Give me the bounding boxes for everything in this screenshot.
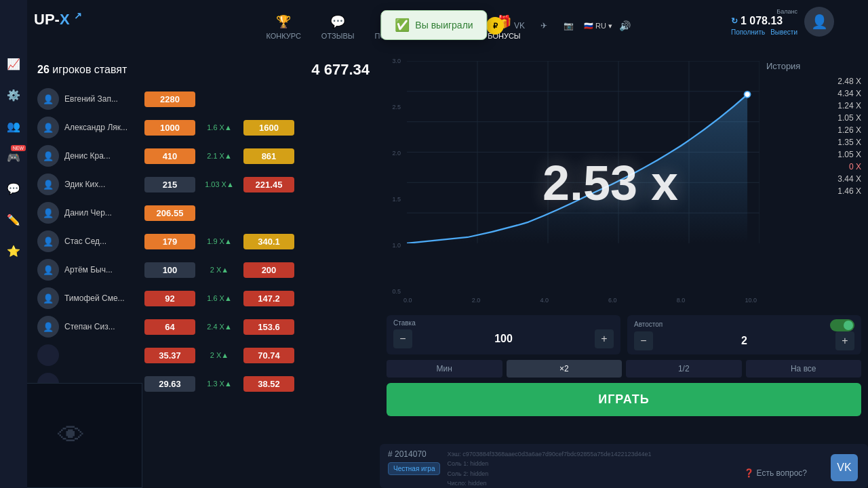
- telegram-icon[interactable]: ✈: [535, 17, 553, 35]
- multiplier: 1.6 X▲: [201, 294, 238, 302]
- user-avatar[interactable]: 👤: [804, 7, 834, 37]
- history-title: История: [766, 61, 861, 71]
- avatar: 👤: [37, 145, 59, 167]
- otzyvy-icon: 💬: [330, 14, 345, 29]
- bet-control-group: Ставка − +: [387, 315, 620, 354]
- balance-area: Баланс ↻ 1 078.13 Пополнить Вывести 👤: [731, 7, 834, 37]
- number-value: hidden: [468, 480, 486, 487]
- player-name: Стас Сед...: [64, 237, 139, 246]
- win-amount: 153.6: [243, 319, 294, 335]
- game-info-panel: # 2014070 Честная игра Хэш: c9703884f336…: [380, 444, 868, 488]
- logo-text-part1: UP-: [34, 11, 60, 28]
- balance-amount: 1 078.13: [741, 15, 783, 27]
- help-label: Есть вопрос?: [757, 468, 807, 478]
- balance-actions: Пополнить Вывести: [731, 28, 797, 36]
- avatar: 👤: [37, 202, 59, 224]
- graph-area: 3.0 2.5 2.0 1.5 1.0 0.5: [380, 54, 760, 312]
- player-name: Степан Сиз...: [64, 322, 139, 331]
- svg-point-11: [745, 92, 751, 98]
- salt2-row: Соль 2: hidden: [447, 469, 651, 479]
- language-selector[interactable]: 🇷🇺 RU ▾: [584, 22, 612, 30]
- table-row: 👤 Степан Сиз... 64 2.4 X▲ 153.6: [37, 314, 370, 339]
- win-amount: 1600: [243, 120, 294, 136]
- x-label: 8.0: [677, 297, 688, 310]
- multiplier: 1.3 X▲: [201, 380, 238, 388]
- hash-value: c9703884f3368aaec0d3a6ae7d90cef7bdc92855…: [462, 451, 651, 458]
- bet-input[interactable]: [416, 333, 591, 345]
- game-id: # 2014070: [388, 449, 440, 459]
- sidebar-icon-new[interactable]: 🎮 NEW: [4, 148, 23, 167]
- y-axis: 3.0 2.5 2.0 1.5 1.0 0.5: [380, 58, 403, 295]
- bet-increase-button[interactable]: +: [595, 329, 614, 348]
- win-amount: 340.1: [243, 234, 294, 249]
- help-button[interactable]: ❓ Есть вопрос?: [744, 468, 807, 478]
- autocash-toggle[interactable]: [830, 319, 854, 331]
- balance-value: ↻ 1 078.13: [731, 15, 797, 27]
- avatar: 👤: [37, 287, 59, 309]
- coin-icon[interactable]: ₽: [486, 17, 504, 35]
- vk-chat-button[interactable]: VK: [831, 454, 858, 481]
- table-row: 👤 Денис Кра... 410 2.1 X▲ 861: [37, 144, 370, 168]
- autocash-header: Автостоп: [634, 319, 854, 331]
- autocash-control-group: Автостоп − +: [627, 315, 861, 354]
- list-item: 4.34 X: [766, 89, 861, 98]
- multiplier: 1.03 X▲: [201, 180, 238, 188]
- quick-half-button[interactable]: 1/2: [626, 360, 742, 378]
- table-row: 👤 Данил Чер... 206.55: [37, 201, 370, 225]
- controls-row1: Ставка − + Автостоп − +: [387, 315, 861, 354]
- deposit-button[interactable]: Пополнить: [731, 28, 765, 36]
- win-amount: 38.52: [243, 376, 294, 392]
- avatar: 👤: [37, 117, 59, 138]
- salt2-label: Соль 2:: [447, 470, 468, 477]
- volume-icon[interactable]: 🔊: [619, 20, 631, 31]
- logo-text-part2: X: [60, 11, 70, 28]
- play-button[interactable]: ИГРАТЬ: [387, 383, 861, 416]
- sidebar-icon-settings[interactable]: ⚙️: [4, 85, 23, 104]
- win-amount: 861: [243, 148, 294, 164]
- balance-info: Баланс ↻ 1 078.13 Пополнить Вывести: [731, 8, 797, 36]
- bet-amount: 410: [144, 148, 195, 164]
- nav-konkurs[interactable]: 🏆 КОНКУРС: [266, 14, 300, 40]
- autocash-decrease-button[interactable]: −: [634, 331, 653, 350]
- konkurs-label: КОНКУРС: [266, 32, 300, 40]
- autocash-increase-button[interactable]: +: [835, 331, 854, 350]
- y-label: 2.5: [380, 104, 403, 110]
- quick-min-button[interactable]: Мин: [387, 360, 502, 378]
- otzyvy-label: ОТЗЫВЫ: [321, 32, 355, 40]
- player-name: Александр Ляк...: [64, 123, 139, 132]
- chevron-down-icon: ▾: [608, 22, 612, 30]
- sidebar-icon-chat[interactable]: 💬: [4, 179, 23, 198]
- quick-x2-button[interactable]: ×2: [507, 360, 623, 378]
- vk-social-icon[interactable]: VK: [511, 17, 528, 35]
- number-label: Число:: [447, 480, 466, 487]
- autocash-label: Автостоп: [634, 321, 663, 328]
- withdraw-button[interactable]: Вывести: [770, 28, 797, 36]
- players-count-text: 26 игроков ставят: [37, 64, 127, 76]
- language-code: RU: [595, 22, 606, 30]
- salt1-label: Соль 1:: [447, 460, 468, 467]
- multiplier: 2.1 X▲: [201, 152, 238, 160]
- table-row: 👤 Эдик Ких... 215 1.03 X▲ 221.45: [37, 172, 370, 197]
- list-item: 1.05 X: [766, 150, 861, 159]
- sidebar-icon-edit[interactable]: ✏️: [4, 210, 23, 229]
- salt2-value: hidden: [470, 470, 488, 477]
- bet-amount: 92: [144, 291, 195, 306]
- sidebar-icon-users[interactable]: 👥: [4, 117, 23, 136]
- instagram-icon[interactable]: 📷: [559, 17, 577, 35]
- x-label: 2.0: [472, 297, 484, 310]
- honest-game-button[interactable]: Честная игра: [388, 462, 440, 475]
- game-id-section: # 2014070 Честная игра: [388, 449, 440, 475]
- y-label: 0.5: [380, 288, 403, 295]
- quick-allin-button[interactable]: На все: [746, 360, 862, 378]
- autocash-input[interactable]: [657, 335, 831, 347]
- logo[interactable]: UP-X ↗: [34, 10, 82, 28]
- nav-otzyvy[interactable]: 💬 ОТЗЫВЫ: [321, 14, 355, 40]
- sidebar-icon-chart[interactable]: 📈: [4, 54, 23, 73]
- history-panel: История 2.48 X 4.34 X 1.24 X 1.05 X 1.26…: [760, 54, 868, 205]
- sidebar-icon-star[interactable]: ⭐: [4, 241, 23, 260]
- refresh-icon[interactable]: ↻: [731, 16, 738, 26]
- bet-decrease-button[interactable]: −: [393, 329, 412, 348]
- list-item: 1.05 X: [766, 113, 861, 123]
- flag-ru: 🇷🇺: [584, 22, 593, 30]
- bet-amount: 64: [144, 319, 195, 335]
